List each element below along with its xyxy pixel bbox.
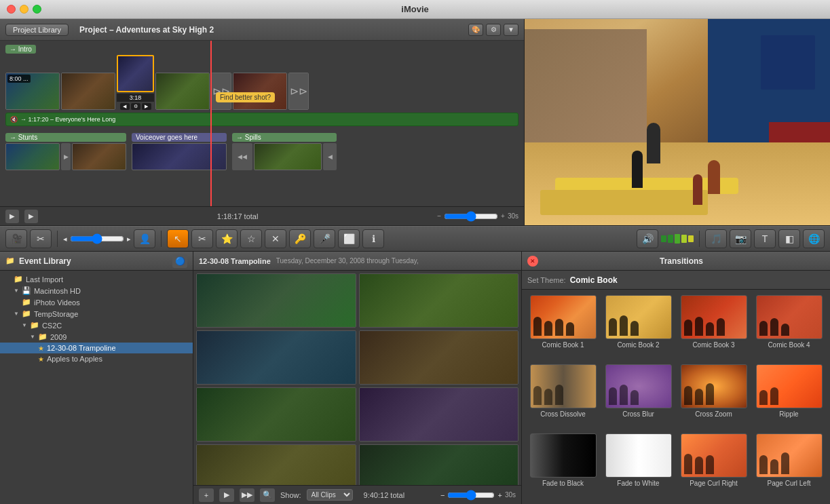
music-button[interactable]: 🎵 [705, 229, 727, 248]
transition-comic-book-4[interactable]: Comic Book 4 [753, 295, 825, 360]
play-button[interactable]: ▶ [5, 210, 19, 223]
bottom-section: 📁 Event Library 🔵 📁 Last Import ▼ 💾 Maci… [0, 252, 830, 504]
sidebar-item-2009[interactable]: ▼ 📁 2009 [0, 331, 193, 343]
cs2c-folder-icon: 📁 [30, 321, 39, 330]
sidebar-item-last-import[interactable]: 📁 Last Import [0, 273, 193, 285]
photo-button[interactable]: 📷 [730, 229, 751, 248]
star-empty-button[interactable]: ☆ [240, 229, 262, 248]
clip-skip2[interactable]: ⊳⊳ [288, 73, 309, 110]
play-event-button2[interactable]: ▶▶ [240, 488, 254, 502]
zoom-minus-icon[interactable]: − [437, 212, 441, 220]
clip-ctrl-left[interactable]: ◀ [120, 103, 130, 110]
event-header: 12-30-08 Trampoline Tuesday, December 30… [193, 252, 521, 271]
footer-zoom-plus-icon[interactable]: + [497, 491, 502, 499]
event-clip-6[interactable] [359, 387, 519, 442]
reject-button[interactable]: ✕ [265, 229, 286, 248]
transition-page-curl-right[interactable]: Page Curl Right [678, 433, 749, 499]
clip-ctrl-settings[interactable]: ⚙ [131, 103, 140, 110]
stunts-clip-1[interactable] [5, 143, 60, 170]
transition-cross-dissolve[interactable]: Cross Dissolve [527, 364, 599, 429]
event-clip-7[interactable] [196, 444, 356, 485]
audio-icon-button[interactable]: 🔊 [637, 229, 658, 248]
transition-fade-to-white[interactable]: Fade to White [603, 433, 674, 499]
transition-comic-book-3[interactable]: Comic Book 3 [678, 295, 749, 360]
minimize-button[interactable] [20, 5, 29, 14]
spills-clip[interactable] [254, 143, 322, 170]
sidebar-item-trampoline[interactable]: ★ 12-30-08 Trampoline [0, 343, 193, 353]
footer-zoom-slider[interactable] [447, 490, 495, 501]
event-clip-8[interactable] [359, 444, 519, 485]
clip-size-slider[interactable] [70, 233, 124, 244]
transition-page-curl-left[interactable]: Page Curl Left [753, 433, 825, 499]
person-14 [781, 324, 789, 336]
comic-book-3-thumb [681, 295, 747, 339]
clip-2[interactable] [61, 73, 115, 110]
sidebar-item-temp-storage[interactable]: ▼ 📁 TempStorage [0, 308, 193, 319]
apples-star-icon: ★ [38, 355, 44, 363]
macintosh-hd-hdd-icon: 💾 [22, 286, 31, 295]
toolbar-separator-3 [699, 231, 700, 247]
event-clip-2[interactable] [359, 273, 519, 328]
clip-5[interactable] [233, 73, 287, 110]
clip-4[interactable] [155, 73, 210, 110]
transition-fade-to-black[interactable]: Fade to Black [527, 433, 599, 499]
trim-tool-button[interactable]: ✂ [30, 229, 52, 248]
select-tool-button[interactable]: ↖ [167, 229, 189, 248]
maximize-button[interactable] [33, 5, 41, 14]
clip-ctrl-right[interactable]: ▶ [142, 103, 151, 110]
transitions-close-button[interactable]: ✕ [527, 256, 538, 267]
event-clip-5[interactable] [196, 387, 356, 442]
project-library-button[interactable]: Project Library [5, 24, 69, 36]
last-import-folder-icon: 📁 [14, 275, 23, 284]
sidebar-item-iphoto-videos[interactable]: 📁 iPhoto Videos [0, 296, 193, 308]
trampoline-label: 12-30-08 Trampoline [47, 344, 116, 352]
title-button[interactable]: T [754, 229, 776, 248]
play-button2[interactable]: ▶ [24, 210, 38, 223]
stunts-clip-2[interactable] [72, 143, 126, 170]
transition-ripple[interactable]: Ripple [753, 364, 825, 429]
crop-button[interactable]: ⬜ [338, 229, 360, 248]
add-event-button[interactable]: + [199, 488, 214, 502]
voiceover-clip[interactable] [132, 143, 227, 170]
apples-label: Apples to Apples [47, 355, 102, 363]
zoom-plus-icon[interactable]: + [501, 212, 505, 220]
transition-cross-zoom[interactable]: Cross Zoom [678, 364, 749, 429]
transitions-title: Transitions [660, 256, 703, 266]
show-select[interactable]: All Clips Favorites [307, 489, 353, 501]
sidebar-item-macintosh-hd[interactable]: ▼ 💾 Macintosh HD [0, 285, 193, 296]
star-full-button[interactable]: ⭐ [216, 229, 238, 248]
selected-clip[interactable] [117, 55, 154, 92]
play-event-button[interactable]: ▶ [219, 488, 234, 502]
silhouette-2 [606, 313, 641, 338]
portrait-icon[interactable]: 👤 [134, 229, 155, 248]
voiceover-button[interactable]: 🎤 [314, 229, 335, 248]
clip-skip[interactable]: ⊳⊳ [211, 73, 231, 110]
camera-tool-button[interactable]: 🎥 [5, 229, 27, 248]
fade-to-white-label: Fade to White [617, 480, 659, 487]
trampoline-star-icon: ★ [38, 345, 44, 352]
magnify-button[interactable]: 🔍 [260, 488, 275, 502]
keyword-button[interactable]: 🔑 [289, 229, 311, 248]
close-button[interactable] [7, 5, 16, 14]
zoom-slider[interactable] [444, 211, 498, 222]
transition-comic-book-1[interactable]: Comic Book 1 [527, 295, 599, 360]
event-clip-3[interactable] [196, 330, 356, 385]
globe-button[interactable]: 🌐 [803, 229, 825, 248]
settings-icon-button[interactable]: ⚙ [486, 24, 501, 36]
clip-1[interactable]: 8:00 ... [5, 73, 60, 110]
transition-button[interactable]: ◧ [778, 229, 800, 248]
theme-icon-button[interactable]: 🎨 [468, 24, 483, 36]
ripple-thumb [756, 364, 823, 408]
transition-cross-blur[interactable]: Cross Blur [603, 364, 674, 429]
info-button[interactable]: ℹ [362, 229, 384, 248]
event-clip-1[interactable] [196, 273, 356, 328]
sidebar-expand-button[interactable]: 🔵 [172, 254, 187, 268]
toolbar-separator-1 [57, 231, 58, 247]
sidebar-item-apples[interactable]: ★ Apples to Apples [0, 353, 193, 364]
transition-comic-book-2[interactable]: Comic Book 2 [603, 295, 674, 360]
sidebar-item-cs2c[interactable]: ▼ 📁 CS2C [0, 319, 193, 331]
footer-zoom-minus-icon[interactable]: − [440, 491, 445, 499]
expand-icon-button[interactable]: ▼ [504, 24, 518, 36]
event-clip-4[interactable] [359, 330, 519, 385]
clip-tool-button[interactable]: ✂ [191, 229, 213, 248]
